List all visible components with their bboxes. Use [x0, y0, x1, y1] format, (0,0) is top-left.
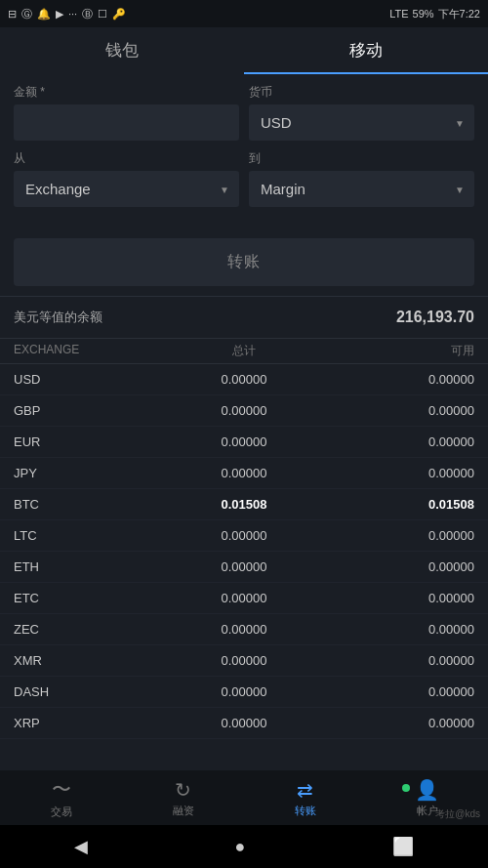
amount-group: 金额 *	[14, 84, 239, 141]
to-label: 到	[249, 150, 474, 167]
coin-total: 0.00000	[167, 528, 320, 543]
from-label: 从	[14, 150, 239, 167]
icon-bell: 🔔	[37, 8, 51, 21]
coin-name: XRP	[14, 716, 167, 730]
nav-label-0: 交易	[51, 805, 72, 819]
currency-group: 货币 USD EUR GBP	[249, 84, 474, 141]
nav-label-3: 帐户	[417, 804, 438, 818]
table-row: DASH0.000000.00000	[0, 677, 488, 708]
coin-name: GBP	[14, 403, 167, 418]
recents-button[interactable]: ⬜	[392, 836, 414, 857]
table-row: XRP0.000000.00000	[0, 708, 488, 739]
coin-name: EUR	[14, 434, 167, 449]
currency-label: 货币	[249, 84, 474, 101]
icon-menu: ⊟	[8, 8, 17, 21]
nav-label-2: 转账	[295, 804, 316, 818]
currency-select[interactable]: USD EUR GBP	[249, 104, 474, 141]
online-indicator	[402, 784, 410, 792]
icon-play: ▶	[56, 8, 63, 21]
coin-available: 0.00000	[321, 434, 474, 449]
coin-available: 0.00000	[321, 403, 474, 418]
amount-input[interactable]	[14, 104, 239, 141]
to-select[interactable]: Margin Exchange	[249, 171, 474, 207]
table-row: ZEC0.000000.00000	[0, 614, 488, 645]
status-left-icons: ⊟ Ⓖ 🔔 ▶ ··· Ⓑ ☐ 🔑	[8, 7, 126, 21]
coin-available: 0.00000	[321, 716, 474, 730]
amount-currency-row: 金额 * 货币 USD EUR GBP	[14, 84, 474, 141]
coin-total: 0.00000	[167, 591, 320, 605]
coin-total: 0.00000	[167, 559, 320, 574]
transfer-form: 金额 * 货币 USD EUR GBP 从 Exchange Margin	[0, 74, 488, 230]
table-row: GBP0.000000.00000	[0, 395, 488, 427]
table-row: XMR0.000000.00000	[0, 645, 488, 677]
coin-available: 0.00000	[321, 559, 474, 574]
coin-total: 0.00000	[167, 466, 320, 480]
coin-total: 0.00000	[167, 372, 320, 387]
transfer-btn-row: 转账	[0, 230, 488, 296]
icon-g: Ⓖ	[21, 7, 32, 21]
currency-select-wrapper: USD EUR GBP	[249, 104, 474, 141]
tab-wallet[interactable]: 钱包	[0, 27, 244, 74]
nav-label-1: 融资	[173, 804, 194, 818]
table-row: EUR0.000000.00000	[0, 427, 488, 458]
coin-name: ZEC	[14, 622, 167, 637]
table-row: ETH0.000000.00000	[0, 552, 488, 583]
table-row: USD0.000000.00000	[0, 364, 488, 395]
coin-available: 0.00000	[321, 466, 474, 480]
coin-total: 0.00000	[167, 684, 320, 699]
nav-icon-1: ↻	[175, 778, 191, 802]
battery-level: 59%	[413, 8, 434, 20]
table-header: EXCHANGE 总计 可用	[0, 339, 488, 364]
back-button[interactable]: ◀	[74, 836, 88, 857]
nav-item-交易[interactable]: 〜交易	[0, 776, 122, 819]
coin-total: 0.01508	[167, 497, 320, 512]
from-group: 从 Exchange Margin	[14, 150, 239, 207]
nav-icon-3: 👤	[415, 778, 439, 802]
from-select[interactable]: Exchange Margin	[14, 171, 239, 207]
watermark: 考拉@kds	[435, 807, 480, 821]
balance-label: 美元等值的余额	[14, 309, 102, 326]
coin-name: USD	[14, 372, 167, 387]
coin-available: 0.01508	[321, 497, 474, 512]
coin-name: XMR	[14, 653, 167, 668]
clock: 下午7:22	[438, 7, 480, 21]
table-row: ETC0.000000.00000	[0, 583, 488, 614]
icon-bt: Ⓑ	[82, 7, 93, 21]
balance-section: 美元等值的余额 216,193.70	[0, 297, 488, 338]
col-available: 可用	[321, 343, 474, 359]
coin-available: 0.00000	[321, 622, 474, 637]
coin-list: USD0.000000.00000GBP0.000000.00000EUR0.0…	[0, 364, 488, 769]
nav-item-融资[interactable]: ↻融资	[122, 778, 244, 818]
status-right-icons: LTE 59% 下午7:22	[389, 7, 480, 21]
signal-icon: LTE	[389, 8, 408, 20]
coin-name: BTC	[14, 497, 167, 512]
system-bar: ◀ ● ⬜	[0, 825, 488, 868]
col-total: 总计	[167, 343, 320, 359]
coin-name: LTC	[14, 528, 167, 543]
to-group: 到 Margin Exchange	[249, 150, 474, 207]
top-tab-bar: 钱包 移动	[0, 27, 488, 74]
bottom-nav: 〜交易↻融资⇄转账👤帐户	[0, 770, 488, 825]
icon-more: ···	[68, 8, 77, 20]
to-select-wrapper: Margin Exchange	[249, 171, 474, 207]
home-button[interactable]: ●	[235, 837, 246, 857]
balance-value: 216,193.70	[396, 309, 474, 326]
coin-available: 0.00000	[321, 372, 474, 387]
coin-available: 0.00000	[321, 591, 474, 605]
tab-mobile[interactable]: 移动	[244, 27, 488, 74]
coin-total: 0.00000	[167, 434, 320, 449]
coin-name: JPY	[14, 466, 167, 480]
amount-label: 金额 *	[14, 84, 239, 101]
table-row: LTC0.000000.00000	[0, 520, 488, 552]
status-bar: ⊟ Ⓖ 🔔 ▶ ··· Ⓑ ☐ 🔑 LTE 59% 下午7:22	[0, 0, 488, 27]
coin-name: ETC	[14, 591, 167, 605]
coin-available: 0.00000	[321, 684, 474, 699]
coin-name: DASH	[14, 684, 167, 699]
col-exchange: EXCHANGE	[14, 343, 167, 359]
coin-total: 0.00000	[167, 653, 320, 668]
icon-key: 🔑	[112, 8, 126, 21]
nav-item-转账[interactable]: ⇄转账	[244, 778, 366, 818]
coin-available: 0.00000	[321, 653, 474, 668]
transfer-button[interactable]: 转账	[14, 238, 474, 286]
nav-icon-0: 〜	[52, 776, 71, 803]
